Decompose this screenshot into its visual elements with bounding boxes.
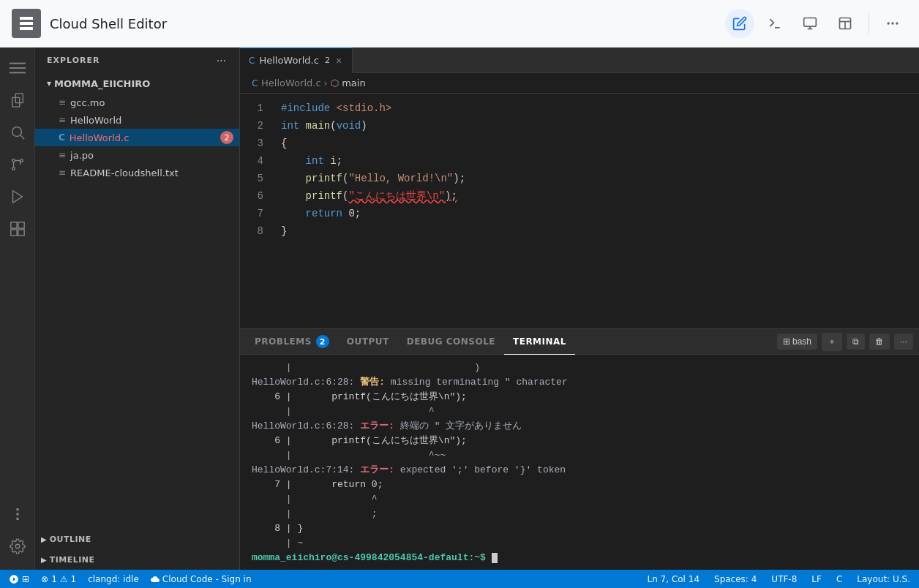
line-num-3: 3 bbox=[240, 135, 275, 152]
line-content-6: printf("こんにちは世界\n"); bbox=[275, 187, 919, 205]
status-errors[interactable]: ⊗ 1 ⚠ 1 bbox=[38, 574, 79, 584]
status-position[interactable]: Ln 7, Col 14 bbox=[645, 574, 703, 584]
term-line-3: 6 | printf(こんにちは世界\n"); bbox=[252, 390, 907, 404]
breadcrumb: C HelloWorld.c › ⬡ main bbox=[240, 73, 919, 94]
error-count: 1 bbox=[51, 574, 57, 584]
status-lang-server[interactable]: clangd: idle bbox=[85, 574, 142, 584]
file-icon-ja: ≡ bbox=[59, 150, 66, 160]
svg-rect-11 bbox=[10, 67, 26, 69]
term-line-6: 6 | printf(こんにちは世界\n"); bbox=[252, 434, 907, 448]
sidebar-action-buttons: ··· bbox=[215, 53, 228, 69]
term-line-11: | ; bbox=[252, 507, 907, 521]
encoding-label: UTF-8 bbox=[771, 574, 797, 584]
line-content-8: } bbox=[275, 222, 919, 240]
language-label: C bbox=[836, 574, 842, 584]
term-line-2: HelloWorld.c:6:28: 警告: missing terminati… bbox=[252, 375, 907, 390]
status-layout[interactable]: Layout: U.S. bbox=[854, 574, 913, 584]
activity-run[interactable] bbox=[3, 182, 32, 211]
status-remote[interactable]: ⊞ bbox=[6, 574, 32, 584]
main-content: EXPLORER ··· ▾ MOMMA_EIICHIRO ≡ gcc.mo ≡… bbox=[0, 48, 919, 570]
term-line-9: 7 | return 0; bbox=[252, 478, 907, 492]
activity-copy[interactable] bbox=[3, 86, 32, 115]
editor-area: C HelloWorld.c 2 × C HelloWorld.c › ⬡ ma… bbox=[240, 48, 919, 570]
code-line-6: 6 printf("こんにちは世界\n"); bbox=[240, 187, 919, 205]
sidebar-more-button[interactable]: ··· bbox=[215, 53, 228, 69]
tab-output[interactable]: OUTPUT bbox=[338, 329, 398, 355]
status-cloud-sign-in[interactable]: Cloud Code - Sign in bbox=[148, 574, 255, 584]
tab-terminal[interactable]: TERMINAL bbox=[504, 329, 575, 355]
edit-mode-button[interactable] bbox=[725, 9, 754, 38]
more-options-button[interactable] bbox=[878, 9, 907, 38]
file-icon-hw: ≡ bbox=[59, 115, 66, 125]
svg-rect-24 bbox=[18, 230, 23, 235]
activity-extensions[interactable] bbox=[3, 214, 32, 244]
term-line-8: HelloWorld.c:7:14: エラー: expected ';' bef… bbox=[252, 463, 907, 478]
terminal-cursor bbox=[492, 553, 498, 563]
svg-point-28 bbox=[15, 544, 20, 549]
line-content-4: int i; bbox=[275, 152, 919, 170]
cursor-position: Ln 7, Col 14 bbox=[648, 574, 700, 584]
tab-problems-label: PROBLEMS bbox=[255, 336, 312, 347]
explorer-title: EXPLORER bbox=[47, 56, 100, 65]
breadcrumb-sep1: › bbox=[324, 78, 328, 88]
add-terminal-button[interactable]: ＋ bbox=[822, 333, 842, 351]
file-name-readme: README-cloudshell.txt bbox=[70, 167, 179, 178]
tab-debug-console[interactable]: DEBUG CONSOLE bbox=[398, 329, 504, 355]
split-terminal-button[interactable]: ⧉ bbox=[847, 333, 865, 350]
file-name-hwc: HelloWorld.c bbox=[70, 132, 130, 143]
activity-search[interactable] bbox=[3, 118, 32, 147]
code-line-5: 5 printf("Hello, World!\n"); bbox=[240, 170, 919, 187]
file-name-ja: ja.po bbox=[70, 150, 94, 161]
tab-problems[interactable]: PROBLEMS 2 bbox=[246, 329, 338, 355]
activity-menu[interactable] bbox=[3, 53, 32, 83]
term-line-5: HelloWorld.c:6:28: エラー: 終端の " 文字がありません bbox=[252, 419, 907, 434]
file-name-gcc: gcc.mo bbox=[70, 97, 105, 108]
status-eol[interactable]: LF bbox=[809, 574, 825, 584]
terminal-content[interactable]: | ) HelloWorld.c:6:28: 警告: missing termi… bbox=[240, 355, 919, 570]
status-encoding[interactable]: UTF-8 bbox=[768, 574, 800, 584]
status-language[interactable]: C bbox=[833, 574, 845, 584]
code-line-8: 8 } bbox=[240, 222, 919, 240]
code-line-2: 2 int main(void) bbox=[240, 117, 919, 135]
folder-momma-eiichiro[interactable]: ▾ MOMMA_EIICHIRO bbox=[35, 73, 239, 94]
file-gcc-mo[interactable]: ≡ gcc.mo bbox=[35, 94, 239, 111]
file-readme[interactable]: ≡ README-cloudshell.txt bbox=[35, 164, 239, 181]
titlebar: Cloud Shell Editor bbox=[0, 0, 919, 48]
file-helloworld[interactable]: ≡ HelloWorld bbox=[35, 111, 239, 129]
activity-more[interactable] bbox=[3, 500, 32, 529]
svg-point-9 bbox=[896, 22, 898, 24]
code-line-7: 7 return 0; bbox=[240, 205, 919, 222]
file-helloworld-c[interactable]: C HelloWorld.c 2 bbox=[35, 129, 239, 146]
preview-mode-button[interactable] bbox=[795, 9, 825, 38]
svg-point-25 bbox=[16, 508, 19, 511]
file-ja-po[interactable]: ≡ ja.po bbox=[35, 146, 239, 164]
svg-rect-1 bbox=[804, 18, 817, 27]
svg-rect-21 bbox=[10, 222, 16, 228]
panel-actions: ⊞ bash ＋ ⧉ 🗑 ··· bbox=[777, 333, 913, 351]
layout-button[interactable] bbox=[830, 9, 860, 38]
tab-close-button[interactable]: × bbox=[334, 53, 343, 68]
explorer-header: EXPLORER ··· bbox=[35, 48, 239, 73]
line-content-1: #include <stdio.h> bbox=[275, 99, 919, 117]
timeline-arrow: ▶ bbox=[41, 556, 47, 564]
activity-git[interactable] bbox=[3, 150, 32, 179]
outline-section[interactable]: ▶ OUTLINE bbox=[35, 529, 239, 549]
svg-line-16 bbox=[20, 135, 24, 139]
folder-name: MOMMA_EIICHIRO bbox=[54, 78, 150, 89]
terminal-mode-button[interactable] bbox=[760, 9, 789, 38]
line-content-5: printf("Hello, World!\n"); bbox=[275, 170, 919, 187]
code-editor[interactable]: 1 #include <stdio.h> 2 int main(void) 3 … bbox=[240, 94, 919, 328]
svg-rect-10 bbox=[10, 63, 26, 64]
activity-settings[interactable] bbox=[3, 532, 32, 561]
problems-badge: 2 bbox=[316, 335, 329, 348]
tab-helloworld-c[interactable]: C HelloWorld.c 2 × bbox=[240, 48, 353, 73]
line-num-5: 5 bbox=[240, 170, 275, 187]
kill-terminal-button[interactable]: 🗑 bbox=[869, 333, 890, 350]
status-spaces[interactable]: Spaces: 4 bbox=[711, 574, 759, 584]
code-line-3: 3 { bbox=[240, 135, 919, 152]
panel-tab-bar: PROBLEMS 2 OUTPUT DEBUG CONSOLE TERMINAL… bbox=[240, 329, 919, 355]
line-content-2: int main(void) bbox=[275, 117, 919, 135]
new-terminal-button[interactable]: ⊞ bash bbox=[777, 333, 817, 350]
timeline-section[interactable]: ▶ TIMELINE bbox=[35, 549, 239, 570]
panel-more-button[interactable]: ··· bbox=[894, 333, 913, 350]
